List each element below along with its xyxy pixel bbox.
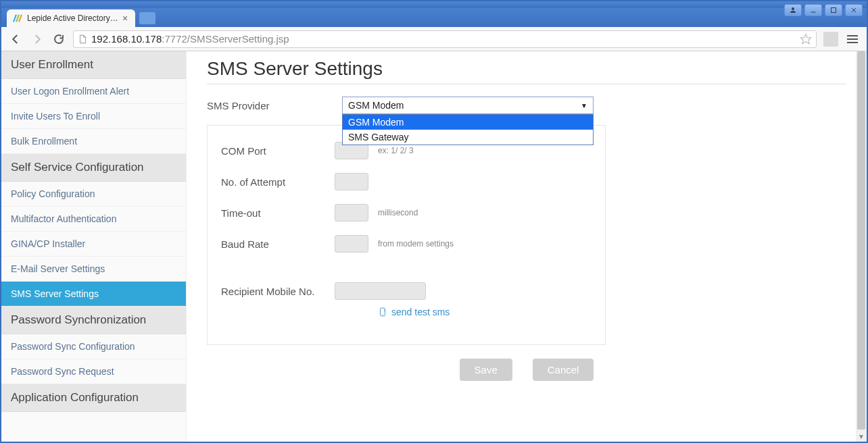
browser-tabstrip: Lepide Active Directory Self × [1,8,867,27]
url-text: 192.168.10.178:7772/SMSServerSetting.jsp [91,33,800,45]
forward-button[interactable] [30,32,45,47]
baud-rate-row: Baud Rate from modem settings [221,235,592,253]
chrome-menu-button[interactable] [845,32,860,47]
sms-provider-value: GSM Modem [348,100,404,111]
svg-marker-5 [801,34,811,43]
reload-button[interactable] [51,32,66,47]
extension-icon[interactable] [823,32,838,47]
time-out-hint: millisecond [378,208,418,217]
sidebar-item-sms-server[interactable]: SMS Server Settings [1,282,186,307]
save-button[interactable]: Save [460,359,512,381]
sms-provider-select[interactable]: GSM Modem ▼ [342,97,594,114]
sms-provider-label: SMS Provider [207,100,342,111]
sms-provider-dropdown: GSM Modem SMS Gateway [342,114,594,145]
page-content: User Enrollment User Logon Enrollment Al… [1,51,867,442]
time-out-label: Time-out [221,207,335,219]
no-of-attempt-input[interactable] [335,173,368,190]
scrollbar-thumb[interactable] [857,51,865,429]
address-bar[interactable]: 192.168.10.178:7772/SMSServerSetting.jsp [73,30,817,48]
time-out-row: Time-out millisecond [221,204,592,222]
os-window: Lepide Active Directory Self × 192.168.1… [0,0,868,443]
divider [207,84,846,84]
send-test-sms-link[interactable]: send test sms [378,307,450,317]
bookmark-star-icon[interactable] [800,33,812,45]
svg-point-0 [792,7,794,10]
baud-rate-label: Baud Rate [221,238,335,250]
sidebar-section-self-service[interactable]: Self Service Configuration [1,154,186,182]
tab-title: Lepide Active Directory Self [27,14,120,23]
browser-toolbar: 192.168.10.178:7772/SMSServerSetting.jsp [1,27,867,51]
time-out-input[interactable] [335,204,368,222]
no-of-attempt-label: No. of Attempt [221,176,335,188]
svg-point-7 [382,315,383,315]
mobile-send-icon [378,307,387,317]
sidebar-item-email-server[interactable]: E-Mail Server Settings [1,257,186,282]
page-icon [78,34,87,45]
main-panel: SMS Server Settings SMS Provider GSM Mod… [187,51,867,442]
option-sms-gateway[interactable]: SMS Gateway [343,130,593,145]
sidebar-item-policy-config[interactable]: Policy Configuration [1,182,186,207]
user-icon[interactable] [784,4,802,16]
sms-provider-row: SMS Provider GSM Modem ▼ GSM Modem SMS G… [207,97,846,114]
option-gsm-modem[interactable]: GSM Modem [343,115,593,130]
sidebar-section-user-enrollment[interactable]: User Enrollment [1,51,186,79]
svg-rect-2 [831,8,836,13]
new-tab-button[interactable] [139,12,155,24]
sidebar-item-invite-users[interactable]: Invite Users To Enroll [1,104,186,129]
sidebar-item-mfa[interactable]: Multifactor Authentication [1,207,186,232]
sidebar: User Enrollment User Logon Enrollment Al… [1,51,187,442]
sidebar-item-password-sync-config[interactable]: Password Sync Configuration [1,334,186,359]
sidebar-item-password-sync-request[interactable]: Password Sync Request [1,359,186,384]
cancel-button[interactable]: Cancel [533,359,594,381]
baud-rate-hint: from modem settings [378,239,454,249]
scrollbar-down-arrow[interactable]: ▼ [856,431,867,442]
recipient-row: Recipient Mobile No. [221,282,592,300]
page-title: SMS Server Settings [207,58,846,80]
no-of-attempt-row: No. of Attempt [221,173,592,190]
sidebar-item-user-logon-alert[interactable]: User Logon Enrollment Alert [1,79,186,104]
minimize-button[interactable] [804,4,822,16]
titlebar [1,1,867,8]
sidebar-section-password-sync[interactable]: Password Synchronization [1,307,186,334]
vertical-scrollbar[interactable]: ▼ [856,51,867,442]
window-buttons [784,4,863,16]
maximize-button[interactable] [825,4,842,16]
send-test-sms-label: send test sms [391,307,450,317]
com-port-hint: ex: 1/ 2/ 3 [378,146,414,155]
browser-tab[interactable]: Lepide Active Directory Self × [7,9,135,27]
close-button[interactable] [845,4,863,16]
back-button[interactable] [8,32,23,47]
form-actions: Save Cancel [207,359,846,381]
sms-provider-select-wrap: GSM Modem ▼ GSM Modem SMS Gateway [342,97,594,114]
baud-rate-input[interactable] [335,235,368,253]
com-port-label: COM Port [221,145,335,157]
tab-close-icon[interactable]: × [120,14,130,23]
sidebar-item-bulk-enrollment[interactable]: Bulk Enrollment [1,129,186,154]
sidebar-item-gina-cp[interactable]: GINA/CP Installer [1,232,186,257]
recipient-label: Recipient Mobile No. [221,286,335,297]
modem-settings-box: COM Port ex: 1/ 2/ 3 No. of Attempt Time… [207,125,606,345]
sidebar-section-app-config[interactable]: Application Configuration [1,384,186,412]
favicon-icon [12,13,23,24]
chevron-down-icon: ▼ [581,102,587,109]
recipient-input[interactable] [335,282,426,300]
send-test-row: send test sms [221,303,592,317]
